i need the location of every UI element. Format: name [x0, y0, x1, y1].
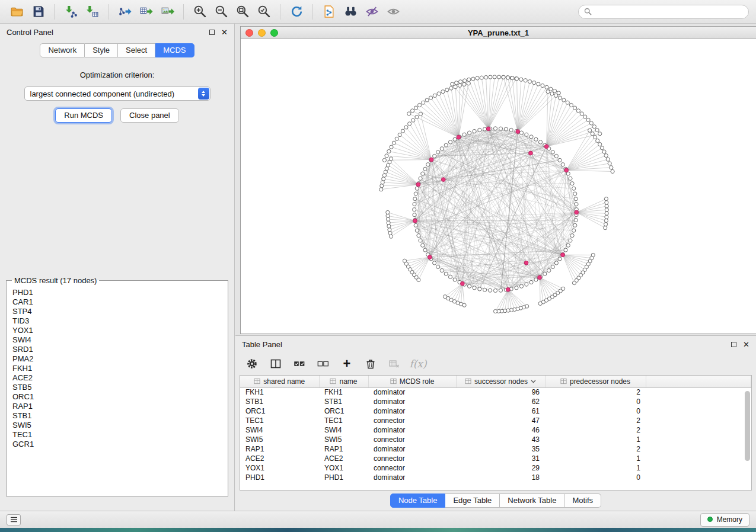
cell-MCDS-role[interactable]: connector [368, 435, 456, 444]
column-header-successor-nodes[interactable]: successor nodes [456, 376, 545, 387]
deselect-all-button[interactable] [316, 357, 330, 371]
cell-successor-nodes[interactable]: 96 [456, 387, 545, 397]
tab-node-table[interactable]: Node Table [390, 493, 446, 508]
cell-successor-nodes[interactable]: 47 [456, 416, 545, 425]
table-row[interactable]: RAP1RAP1dominator352 [240, 444, 751, 454]
window-close-icon[interactable] [245, 29, 253, 37]
cell-successor-nodes[interactable]: 18 [456, 473, 545, 482]
cell-name[interactable]: SWI5 [319, 435, 368, 444]
cell-name[interactable]: SWI4 [319, 425, 368, 435]
status-menu-button[interactable] [7, 514, 21, 525]
export-table-button[interactable] [136, 2, 155, 21]
table-row[interactable]: TEC1TEC1connector472 [240, 416, 751, 425]
hide-details-button[interactable] [362, 2, 381, 21]
cell-MCDS-role[interactable]: connector [368, 416, 456, 425]
tab-select[interactable]: Select [118, 43, 155, 57]
mcds-result-item[interactable]: PMA2 [12, 354, 222, 364]
cell-name[interactable]: STB1 [319, 397, 368, 406]
delete-column-button[interactable] [363, 357, 378, 371]
cell-predecessor-nodes[interactable]: 1 [545, 463, 646, 473]
cell-shared-name[interactable]: SWI4 [240, 425, 319, 435]
mcds-result-item[interactable]: SWI4 [12, 335, 222, 345]
cell-name[interactable]: ORC1 [319, 406, 368, 416]
table-row[interactable]: ORC1ORC1dominator610 [240, 406, 751, 416]
open-session-button[interactable] [7, 2, 26, 21]
cell-name[interactable]: FKH1 [319, 387, 368, 397]
memory-button[interactable]: Memory [700, 513, 749, 527]
share-network-button[interactable] [320, 2, 339, 21]
optimization-criterion-select[interactable]: largest connected component (undirected) [24, 86, 210, 101]
network-canvas[interactable] [241, 39, 756, 334]
cell-predecessor-nodes[interactable]: 2 [545, 425, 646, 435]
cell-predecessor-nodes[interactable]: 2 [545, 444, 646, 454]
mcds-result-item[interactable]: SWI5 [12, 421, 222, 430]
cell-shared-name[interactable]: ACE2 [240, 454, 319, 463]
cell-predecessor-nodes[interactable]: 0 [545, 397, 646, 406]
network-graph[interactable] [241, 39, 756, 334]
cell-name[interactable]: RAP1 [319, 444, 368, 454]
table-row[interactable]: ACE2ACE2connector311 [240, 454, 751, 463]
cell-predecessor-nodes[interactable]: 0 [545, 473, 646, 482]
mcds-result-item[interactable]: SRD1 [12, 345, 222, 354]
cell-name[interactable]: YOX1 [319, 463, 368, 473]
cell-shared-name[interactable]: SWI5 [240, 435, 319, 444]
export-network-button[interactable] [115, 2, 134, 21]
tab-network-table[interactable]: Network Table [500, 493, 564, 508]
cell-MCDS-role[interactable]: dominator [368, 425, 456, 435]
table-settings-button[interactable] [245, 357, 259, 371]
cell-shared-name[interactable]: RAP1 [240, 444, 319, 454]
tab-style[interactable]: Style [85, 43, 118, 57]
cell-shared-name[interactable]: FKH1 [240, 387, 319, 397]
close-panel-icon[interactable]: ✕ [221, 28, 228, 36]
column-header-predecessor-nodes[interactable]: predecessor nodes [545, 376, 646, 387]
cell-shared-name[interactable]: STB1 [240, 397, 319, 406]
refresh-view-button[interactable] [287, 2, 306, 21]
column-header-MCDS-role[interactable]: MCDS role [368, 376, 456, 387]
cell-successor-nodes[interactable]: 29 [456, 463, 545, 473]
table-row[interactable]: YOX1YOX1connector291 [240, 463, 751, 473]
mcds-result-item[interactable]: TID3 [12, 316, 222, 326]
save-session-button[interactable] [28, 2, 47, 21]
cell-MCDS-role[interactable]: dominator [368, 406, 456, 416]
cell-MCDS-role[interactable]: dominator [368, 473, 456, 482]
mcds-result-item[interactable]: PHD1 [12, 288, 222, 297]
zoom-fit-button[interactable] [233, 2, 252, 21]
export-image-button[interactable] [158, 2, 177, 21]
zoom-out-button[interactable] [212, 2, 231, 21]
table-row[interactable]: SWI5SWI5connector431 [240, 435, 751, 444]
mcds-result-item[interactable]: GCR1 [12, 440, 222, 449]
network-search-field[interactable] [578, 5, 749, 19]
dropdown-stepper-icon[interactable] [198, 88, 209, 100]
window-maximize-icon[interactable] [270, 29, 278, 37]
cell-MCDS-role[interactable]: connector [368, 463, 456, 473]
window-minimize-icon[interactable] [258, 29, 266, 37]
mcds-result-item[interactable]: STB1 [12, 411, 222, 421]
tab-motifs[interactable]: Motifs [564, 493, 601, 508]
search-network-button[interactable] [341, 2, 360, 21]
table-row[interactable]: PHD1PHD1dominator180 [240, 473, 751, 482]
cell-name[interactable]: TEC1 [319, 416, 368, 425]
zoom-in-button[interactable] [190, 2, 209, 21]
close-table-panel-icon[interactable]: ✕ [743, 341, 749, 348]
cell-MCDS-role[interactable]: dominator [368, 444, 456, 454]
float-table-panel-icon[interactable] [731, 342, 736, 347]
column-header-name[interactable]: name [319, 376, 368, 387]
cell-predecessor-nodes[interactable]: 0 [545, 406, 646, 416]
cell-successor-nodes[interactable]: 61 [456, 406, 545, 416]
cell-name[interactable]: PHD1 [319, 473, 368, 482]
tab-edge-table[interactable]: Edge Table [445, 493, 500, 508]
cell-MCDS-role[interactable]: connector [368, 454, 456, 463]
cell-MCDS-role[interactable]: dominator [368, 387, 456, 397]
tab-mcds[interactable]: MCDS [155, 43, 194, 57]
cell-shared-name[interactable]: PHD1 [240, 473, 319, 482]
show-columns-button[interactable] [269, 357, 283, 371]
mcds-result-item[interactable]: CAR1 [12, 297, 222, 307]
table-scrollbar[interactable] [744, 390, 750, 486]
column-header-shared-name[interactable]: shared name [240, 376, 319, 387]
tab-network[interactable]: Network [40, 43, 85, 57]
table-row[interactable]: STB1STB1dominator620 [240, 397, 751, 406]
cell-successor-nodes[interactable]: 43 [456, 435, 545, 444]
mcds-result-item[interactable]: STP4 [12, 307, 222, 316]
mcds-result-item[interactable]: ACE2 [12, 373, 222, 383]
float-panel-icon[interactable] [209, 30, 215, 35]
